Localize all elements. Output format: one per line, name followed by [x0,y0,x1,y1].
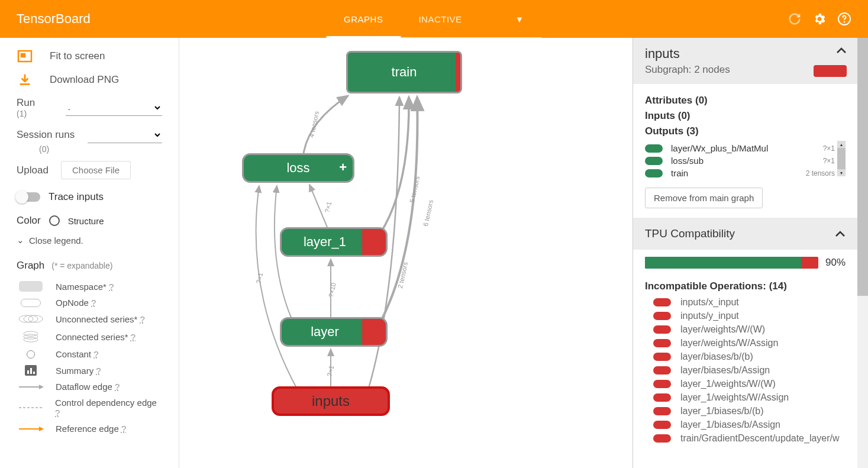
app-title: TensorBoard [17,11,91,27]
edge-label: ?×10 [327,282,337,298]
svg-marker-11 [39,385,44,389]
session-select[interactable] [88,127,162,143]
remove-from-graph-button[interactable]: Remove from main graph [645,188,763,208]
unconnected-series-icon [17,314,45,324]
help-icon[interactable] [837,12,851,26]
incompat-item[interactable]: layer_1/weights/W/(W) [645,379,846,389]
legend-unconnected: Unconnected series* ? [17,314,162,324]
trace-inputs-toggle[interactable] [17,192,40,202]
tpu-header[interactable]: TPU Compatibility [633,218,857,250]
edge-label: 2 tensors [396,262,409,289]
edge-label: ?×1 [326,365,335,377]
help-q[interactable]: ? [93,349,98,359]
incompat-title: Incompatible Operations: (14) [645,280,846,292]
help-q[interactable]: ? [96,366,101,376]
incompat-pill-icon [653,353,671,361]
incompat-pill-icon [653,366,671,375]
graph-canvas[interactable]: train loss+ layer_1 layer inputs 4 tenso… [179,38,633,468]
incompat-list: inputs/x_inputinputs/y_inputlayer/weight… [645,297,846,444]
tpu-bar-row: 90% [633,250,857,276]
svg-rect-3 [21,54,25,57]
help-q[interactable]: ? [140,314,145,324]
incompat-item[interactable]: layer_1/biases/b/(b) [645,406,846,417]
incompat-item[interactable]: inputs/y_input [645,311,846,321]
choose-file-button[interactable]: Choose File [61,161,131,179]
legend-reference: Reference edge ? [17,424,162,434]
download-icon [17,73,33,86]
tab-inactive-dropdown[interactable]: INACTIVE ▼ [401,0,542,38]
output-pill-icon [645,169,663,177]
graph-node-inputs[interactable]: inputs [272,386,390,416]
attributes-label: Attributes (0) [645,95,846,106]
refresh-icon[interactable] [788,12,802,26]
tpu-progress-bar [645,257,818,269]
graph-node-layer[interactable]: layer [280,317,388,347]
incompat-item[interactable]: layer/biases/b/Assign [645,365,846,376]
legend-namespace: Namespace* ? [17,281,162,292]
graph-node-train[interactable]: train [346,51,462,93]
help-q[interactable]: ? [91,298,96,308]
scrollbar[interactable] [857,38,868,468]
run-select[interactable]: . [66,99,162,116]
incompat-item[interactable]: inputs/x_input [645,297,846,308]
fit-label: Fit to screen [50,50,105,62]
chevron-up-icon[interactable] [836,46,847,56]
incompat-item[interactable]: layer_1/biases/b/Assign [645,419,846,430]
upload-label: Upload [17,164,61,176]
info-panel: inputs Subgraph: 2 nodes Attributes (0) … [633,38,868,468]
gear-icon[interactable] [812,12,827,26]
incompat-pill-icon [653,380,671,388]
close-legend-button[interactable]: ⌄ Close legend. [17,235,162,246]
tpu-progress-fill [645,257,801,269]
help-q[interactable]: ? [55,408,60,418]
svg-marker-14 [39,427,44,431]
session-label: Session runs [17,129,75,141]
connected-series-icon [17,330,45,343]
run-count: (1) [17,109,61,118]
help-q[interactable]: ? [121,424,126,434]
svg-point-9 [24,337,38,342]
output-pill-icon [645,157,663,165]
constant-icon [17,350,45,359]
download-png-button[interactable]: Download PNG [17,73,162,86]
outputs-scrollbar[interactable]: ▴▾ [837,141,846,176]
incompat-item[interactable]: train/GradientDescent/update_layer/w [645,433,846,444]
header-tabs: GRAPHS INACTIVE ▼ [326,0,542,38]
tab-graphs[interactable]: GRAPHS [326,0,401,38]
incompat-item[interactable]: layer/weights/W/(W) [645,324,846,335]
incompat-pill-icon [653,325,671,334]
incompat-item[interactable]: layer_1/weights/W/Assign [645,392,846,403]
output-item[interactable]: train2 tensors [645,168,835,178]
graph-section-label: Graph [17,260,44,272]
incompat-item[interactable]: layer/weights/W/Assign [645,338,846,348]
session-count: (0) [39,144,162,154]
graph-node-layer-1[interactable]: layer_1 [280,227,388,257]
edge-label: 5 tensors [408,176,421,204]
chevron-down-icon: ▼ [515,14,524,24]
help-q[interactable]: ? [131,332,135,342]
edge-label: 4 tensors [308,111,320,138]
legend-opnode: OpNode ? [17,298,162,308]
tpu-incompat-section: Incompatible Operations: (14) inputs/x_i… [633,276,857,451]
fit-to-screen-button[interactable]: Fit to screen [17,50,162,63]
output-item[interactable]: layer/Wx_plus_b/MatMul?×1 [645,143,835,153]
tab-inactive-label: INACTIVE [418,14,462,24]
incompat-item[interactable]: layer/biases/b/(b) [645,351,846,362]
help-q[interactable]: ? [115,382,120,392]
upload-row: Upload Choose File [17,161,162,179]
node-color-badge [814,65,847,77]
color-structure-radio[interactable] [49,215,60,226]
svg-point-1 [844,22,845,22]
outputs-label: Outputs (3) [645,125,846,137]
graph-node-loss[interactable]: loss+ [242,153,354,183]
chevron-down-icon: ⌄ [17,235,24,246]
color-value: Structure [68,216,104,226]
edge-label: ?×1 [255,272,264,285]
incompat-pill-icon [653,312,671,320]
legend-constant: Constant ? [17,349,162,359]
help-q[interactable]: ? [109,282,114,292]
output-item[interactable]: loss/sub?×1 [645,156,835,166]
download-label: Download PNG [50,74,119,86]
trace-inputs-row: Trace inputs [17,191,162,203]
incompat-pill-icon [653,339,671,347]
